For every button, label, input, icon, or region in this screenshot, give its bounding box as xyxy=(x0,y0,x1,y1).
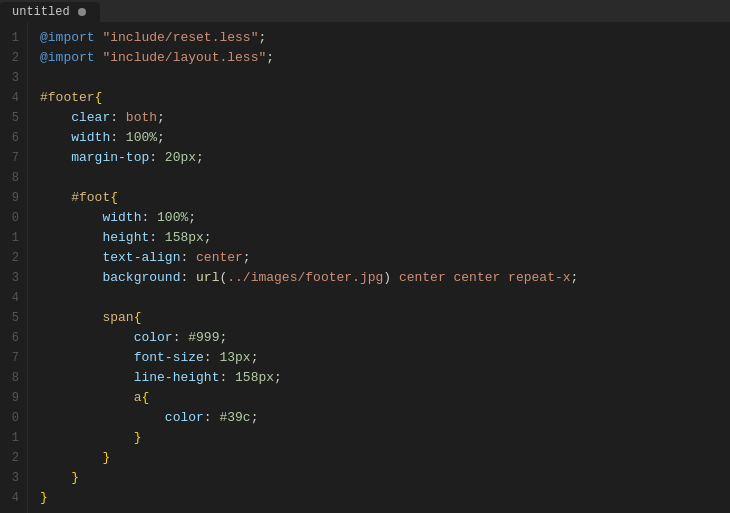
line-number: 4 xyxy=(4,488,19,508)
code-line: } xyxy=(40,428,730,448)
tab-bar: untitled xyxy=(0,0,730,22)
code-line: } xyxy=(40,488,730,508)
line-number: 0 xyxy=(4,208,19,228)
code-line: width: 100%; xyxy=(40,208,730,228)
line-number: 4 xyxy=(4,88,19,108)
tab-title: untitled xyxy=(12,5,70,19)
code-line: span{ xyxy=(40,308,730,328)
code-line: } xyxy=(40,448,730,468)
line-number: 9 xyxy=(4,388,19,408)
line-number: 7 xyxy=(4,348,19,368)
line-number: 5 xyxy=(4,108,19,128)
tab-untitled[interactable]: untitled xyxy=(0,2,100,22)
editor-container: 123456789012345678901234 @import "includ… xyxy=(0,22,730,513)
code-line: @import "include/reset.less"; xyxy=(40,28,730,48)
line-number: 6 xyxy=(4,128,19,148)
code-line: font-size: 13px; xyxy=(40,348,730,368)
line-number: 9 xyxy=(4,188,19,208)
line-number: 3 xyxy=(4,268,19,288)
code-line: height: 158px; xyxy=(40,228,730,248)
code-line: line-height: 158px; xyxy=(40,368,730,388)
code-line xyxy=(40,68,730,88)
line-number: 1 xyxy=(4,28,19,48)
code-content[interactable]: @import "include/reset.less";@import "in… xyxy=(28,22,730,513)
line-number: 8 xyxy=(4,168,19,188)
line-number: 1 xyxy=(4,428,19,448)
code-line: background: url(../images/footer.jpg) ce… xyxy=(40,268,730,288)
line-number: 3 xyxy=(4,468,19,488)
code-line: #footer{ xyxy=(40,88,730,108)
code-line: text-align: center; xyxy=(40,248,730,268)
line-number: 0 xyxy=(4,408,19,428)
line-numbers: 123456789012345678901234 xyxy=(0,22,28,513)
code-line: width: 100%; xyxy=(40,128,730,148)
line-number: 4 xyxy=(4,288,19,308)
line-number: 1 xyxy=(4,228,19,248)
code-line: color: #39c; xyxy=(40,408,730,428)
code-line xyxy=(40,168,730,188)
tab-dot xyxy=(78,8,86,16)
code-line: #foot{ xyxy=(40,188,730,208)
code-line: margin-top: 20px; xyxy=(40,148,730,168)
line-number: 2 xyxy=(4,248,19,268)
code-line: a{ xyxy=(40,388,730,408)
code-line: @import "include/layout.less"; xyxy=(40,48,730,68)
line-number: 2 xyxy=(4,48,19,68)
code-line: clear: both; xyxy=(40,108,730,128)
line-number: 6 xyxy=(4,328,19,348)
code-line: } xyxy=(40,468,730,488)
code-line: color: #999; xyxy=(40,328,730,348)
code-line xyxy=(40,288,730,308)
line-number: 8 xyxy=(4,368,19,388)
line-number: 2 xyxy=(4,448,19,468)
line-number: 5 xyxy=(4,308,19,328)
line-number: 7 xyxy=(4,148,19,168)
line-number: 3 xyxy=(4,68,19,88)
